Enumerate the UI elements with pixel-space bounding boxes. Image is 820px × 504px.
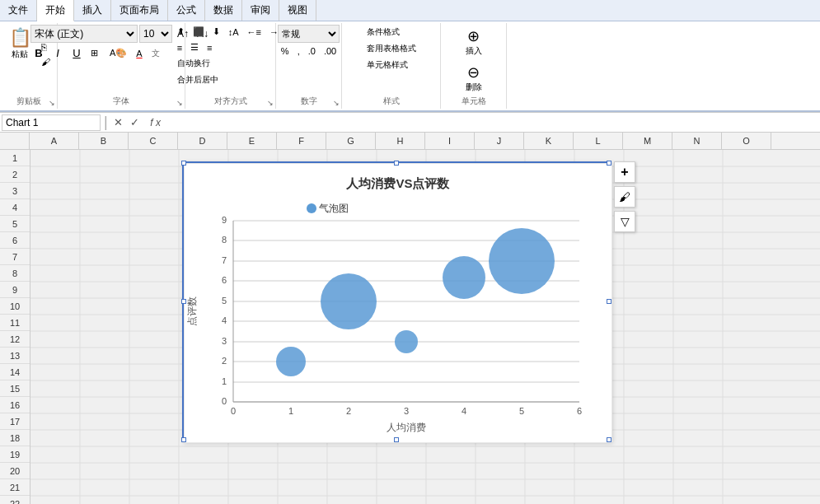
row-header-7[interactable]: 7 bbox=[0, 249, 30, 265]
bubble-3[interactable] bbox=[395, 330, 418, 353]
row-header-10[interactable]: 10 bbox=[0, 298, 30, 315]
col-header-c[interactable]: C bbox=[129, 133, 178, 149]
cell-styles-button[interactable]: 单元格样式 bbox=[363, 58, 411, 72]
row-header-17[interactable]: 17 bbox=[0, 413, 30, 430]
col-header-m[interactable]: M bbox=[623, 133, 672, 149]
col-header-k[interactable]: K bbox=[524, 133, 574, 149]
row-header-18[interactable]: 18 bbox=[0, 430, 30, 446]
align-top-button[interactable]: ⬆ bbox=[174, 25, 188, 39]
svg-text:8: 8 bbox=[222, 235, 227, 245]
row-header-14[interactable]: 14 bbox=[0, 364, 30, 380]
function-button[interactable]: f x bbox=[144, 117, 167, 128]
col-header-b[interactable]: B bbox=[79, 133, 129, 149]
bubble-5[interactable] bbox=[489, 228, 555, 294]
row-header-13[interactable]: 13 bbox=[0, 348, 30, 364]
col-header-o[interactable]: O bbox=[722, 133, 771, 149]
grid-area[interactable]: 人均消费VS点评数 气泡图 bbox=[30, 150, 820, 504]
col-header-j[interactable]: J bbox=[475, 133, 524, 149]
tab-data[interactable]: 数据 bbox=[205, 0, 242, 21]
handle-mr[interactable] bbox=[607, 299, 611, 304]
align-middle-button[interactable]: ⬛ bbox=[190, 25, 208, 39]
handle-bl[interactable] bbox=[181, 437, 186, 442]
col-header-n[interactable]: N bbox=[672, 133, 722, 149]
tab-home[interactable]: 开始 bbox=[37, 0, 74, 21]
col-header-a[interactable]: A bbox=[30, 133, 79, 149]
formula-input[interactable] bbox=[169, 117, 818, 128]
wrap-text-button[interactable]: 自动换行 bbox=[174, 56, 213, 71]
merge-center-button[interactable]: 合并后居中 bbox=[174, 72, 222, 87]
tab-insert[interactable]: 插入 bbox=[74, 0, 111, 21]
row-header-20[interactable]: 20 bbox=[0, 463, 30, 479]
col-header-h[interactable]: H bbox=[376, 133, 425, 149]
row-header-19[interactable]: 19 bbox=[0, 446, 30, 463]
thousands-button[interactable]: , bbox=[294, 44, 303, 58]
increase-decimal-button[interactable]: .0 bbox=[305, 44, 319, 58]
tab-view[interactable]: 视图 bbox=[279, 0, 316, 21]
percent-button[interactable]: % bbox=[278, 44, 293, 58]
font-color-button[interactable]: A bbox=[133, 47, 149, 60]
font-family-select[interactable]: 宋体 (正文) bbox=[30, 25, 138, 43]
col-header-i[interactable]: I bbox=[425, 133, 475, 149]
cancel-button[interactable]: ✕ bbox=[111, 116, 126, 128]
indent-decrease-button[interactable]: ←≡ bbox=[244, 25, 265, 39]
insert-button[interactable]: ⊕ 插入 bbox=[461, 25, 487, 59]
handle-ml[interactable] bbox=[181, 299, 186, 304]
handle-tr[interactable] bbox=[607, 161, 611, 166]
tab-formula[interactable]: 公式 bbox=[168, 0, 205, 21]
alignment-arrow[interactable]: ↘ bbox=[267, 99, 274, 107]
tab-file[interactable]: 文件 bbox=[0, 0, 37, 21]
align-left-button[interactable]: ≡ bbox=[174, 40, 185, 54]
col-header-l[interactable]: L bbox=[574, 133, 623, 149]
border-button[interactable]: ⊞ bbox=[87, 46, 104, 60]
row-header-8[interactable]: 8 bbox=[0, 265, 30, 282]
col-header-e[interactable]: E bbox=[227, 133, 277, 149]
confirm-button[interactable]: ✓ bbox=[128, 116, 143, 128]
underline-button[interactable]: U bbox=[68, 45, 85, 61]
row-header-2[interactable]: 2 bbox=[0, 166, 30, 183]
chart-container[interactable]: 人均消费VS点评数 气泡图 bbox=[182, 161, 611, 441]
col-header-d[interactable]: D bbox=[178, 133, 227, 149]
align-bottom-button[interactable]: ⬇ bbox=[209, 25, 223, 39]
bold-button[interactable]: B bbox=[30, 45, 47, 61]
row-header-15[interactable]: 15 bbox=[0, 380, 30, 397]
corner-cell[interactable] bbox=[0, 133, 30, 149]
handle-tl[interactable] bbox=[181, 161, 186, 166]
row-header-1[interactable]: 1 bbox=[0, 150, 30, 166]
row-header-6[interactable]: 6 bbox=[0, 232, 30, 249]
chart-filter-button[interactable]: ▽ bbox=[614, 211, 635, 232]
chart-style-button[interactable]: 🖌 bbox=[614, 186, 635, 208]
handle-br[interactable] bbox=[607, 437, 611, 442]
row-header-9[interactable]: 9 bbox=[0, 282, 30, 298]
decrease-decimal-button[interactable]: .00 bbox=[321, 44, 340, 58]
row-header-16[interactable]: 16 bbox=[0, 397, 30, 413]
align-center-button[interactable]: ☰ bbox=[187, 40, 202, 54]
delete-button[interactable]: ⊖ 删除 bbox=[461, 61, 487, 96]
col-header-g[interactable]: G bbox=[326, 133, 376, 149]
tab-review[interactable]: 审阅 bbox=[242, 0, 279, 21]
row-header-11[interactable]: 11 bbox=[0, 315, 30, 331]
align-right-button[interactable]: ≡ bbox=[204, 40, 215, 54]
table-format-button[interactable]: 套用表格格式 bbox=[363, 41, 419, 56]
row-header-12[interactable]: 12 bbox=[0, 331, 30, 348]
row-header-4[interactable]: 4 bbox=[0, 199, 30, 216]
tab-page-layout[interactable]: 页面布局 bbox=[111, 0, 168, 21]
number-format-select[interactable]: 常规 bbox=[278, 25, 340, 43]
text-direction-button[interactable]: ↕A bbox=[225, 25, 242, 39]
chart-add-element-button[interactable]: + bbox=[614, 161, 635, 183]
bubble-1[interactable] bbox=[276, 347, 306, 376]
row-header-21[interactable]: 21 bbox=[0, 479, 30, 496]
handle-tm[interactable] bbox=[394, 161, 399, 166]
font-size-select[interactable]: 10 bbox=[139, 25, 172, 43]
col-header-f[interactable]: F bbox=[277, 133, 326, 149]
bubble-2[interactable] bbox=[321, 273, 377, 329]
italic-button[interactable]: I bbox=[49, 45, 66, 61]
bubble-4[interactable] bbox=[443, 256, 485, 299]
handle-bm[interactable] bbox=[394, 437, 399, 442]
row-header-5[interactable]: 5 bbox=[0, 216, 30, 232]
row-header-22[interactable]: 22 bbox=[0, 496, 30, 504]
name-box[interactable] bbox=[2, 114, 101, 131]
fill-color-button[interactable]: A🎨 bbox=[106, 46, 130, 60]
row-header-3[interactable]: 3 bbox=[0, 183, 30, 199]
conditional-format-button[interactable]: 条件格式 bbox=[363, 25, 403, 40]
number-arrow[interactable]: ↘ bbox=[333, 99, 340, 107]
